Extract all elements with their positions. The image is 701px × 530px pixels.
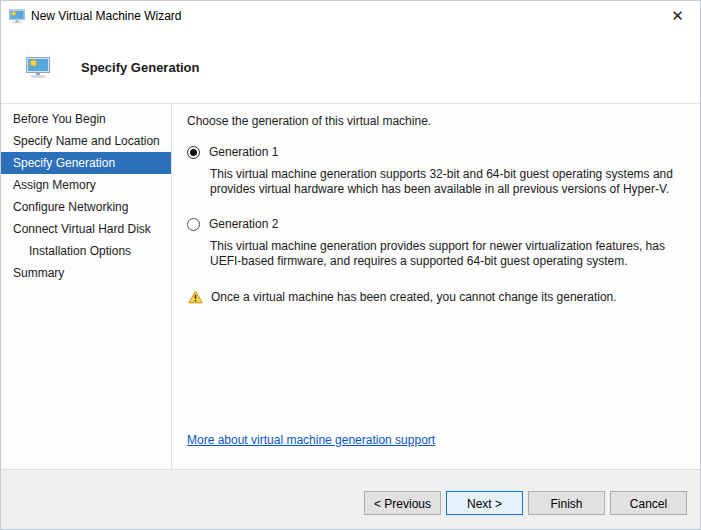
- footer-button-bar: < Previous Next > Finish Cancel: [1, 469, 700, 529]
- page-content: Choose the generation of this virtual ma…: [172, 104, 700, 469]
- more-about-generation-link[interactable]: More about virtual machine generation su…: [187, 433, 435, 447]
- window-title: New Virtual Machine Wizard: [31, 9, 182, 23]
- title-bar: New Virtual Machine Wizard ✕: [1, 1, 700, 31]
- wizard-steps-sidebar: Before You Begin Specify Name and Locati…: [1, 104, 172, 469]
- app-monitor-icon: [9, 9, 25, 24]
- wizard-window: New Virtual Machine Wizard ✕ Specify Gen…: [0, 0, 701, 530]
- sidebar-item-before-you-begin[interactable]: Before You Begin: [1, 108, 171, 130]
- sidebar-item-installation-options[interactable]: Installation Options: [1, 240, 171, 262]
- intro-text: Choose the generation of this virtual ma…: [187, 114, 682, 128]
- finish-button[interactable]: Finish: [528, 491, 605, 515]
- warning-text: Once a virtual machine has been created,…: [211, 290, 617, 305]
- wizard-header: Specify Generation: [1, 31, 700, 104]
- sidebar-item-configure-networking[interactable]: Configure Networking: [1, 196, 171, 218]
- sidebar-item-specify-generation[interactable]: Specify Generation: [1, 152, 171, 174]
- generation-1-radio[interactable]: [187, 146, 200, 159]
- close-icon: ✕: [671, 7, 684, 25]
- generation-1-label: Generation 1: [209, 145, 278, 159]
- page-title: Specify Generation: [81, 60, 199, 75]
- generation-1-description: This virtual machine generation supports…: [210, 167, 682, 196]
- warning-icon: [188, 290, 203, 304]
- wizard-monitor-icon: [26, 57, 50, 78]
- sidebar-item-assign-memory[interactable]: Assign Memory: [1, 174, 171, 196]
- generation-2-option[interactable]: Generation 2: [187, 217, 682, 231]
- close-button[interactable]: ✕: [655, 1, 700, 31]
- generation-2-description: This virtual machine generation provides…: [210, 239, 682, 268]
- next-button[interactable]: Next >: [446, 491, 523, 515]
- generation-warning: Once a virtual machine has been created,…: [187, 290, 682, 305]
- sidebar-item-connect-virtual-hard-disk[interactable]: Connect Virtual Hard Disk: [1, 218, 171, 240]
- wizard-body: Before You Begin Specify Name and Locati…: [1, 104, 700, 469]
- previous-button[interactable]: < Previous: [364, 491, 441, 515]
- sidebar-item-summary[interactable]: Summary: [1, 262, 171, 284]
- generation-1-option[interactable]: Generation 1: [187, 145, 682, 159]
- sidebar-item-specify-name-and-location[interactable]: Specify Name and Location: [1, 130, 171, 152]
- generation-2-label: Generation 2: [209, 217, 278, 231]
- cancel-button[interactable]: Cancel: [610, 491, 687, 515]
- generation-2-radio[interactable]: [187, 218, 200, 231]
